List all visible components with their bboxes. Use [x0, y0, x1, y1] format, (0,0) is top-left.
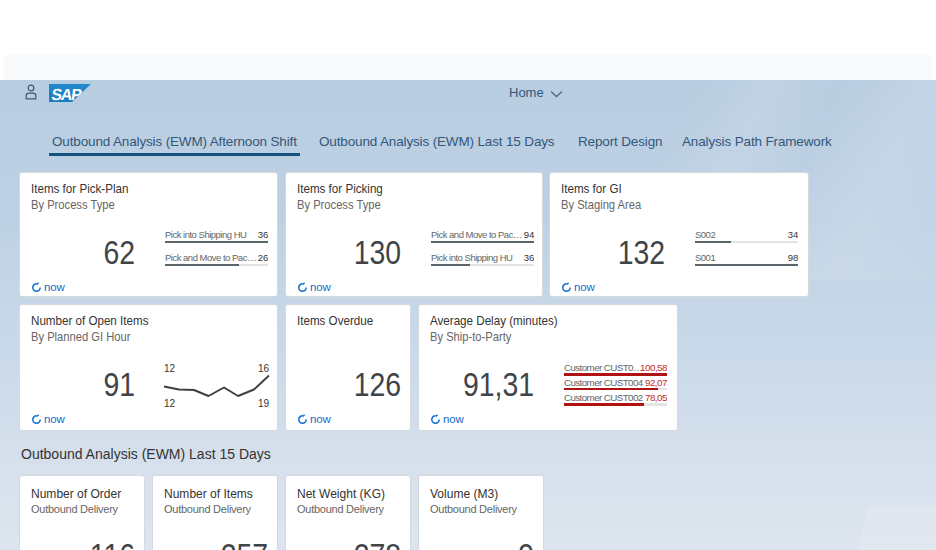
- svg-text:12: 12: [164, 363, 176, 374]
- svg-text:16: 16: [258, 363, 270, 374]
- svg-text:19: 19: [258, 398, 270, 409]
- svg-text:12: 12: [164, 398, 176, 409]
- svg-text:SAP: SAP: [50, 85, 83, 102]
